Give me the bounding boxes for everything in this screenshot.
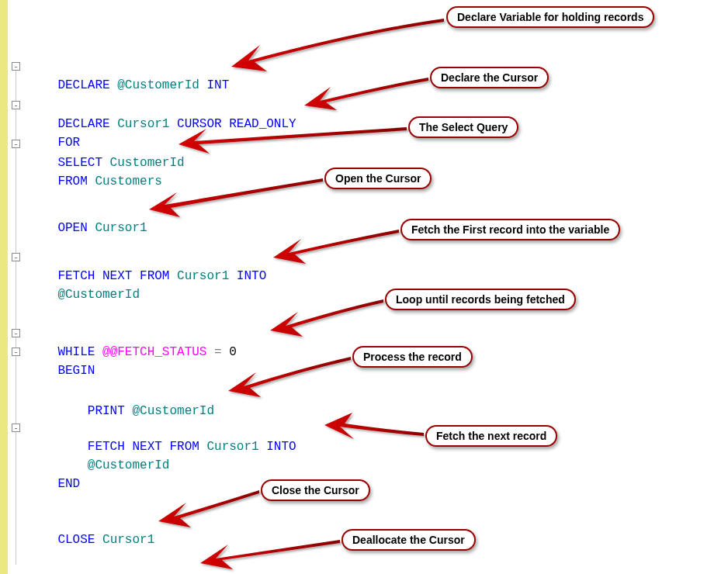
callout-fetch-first: Fetch the First record into the variable bbox=[400, 219, 620, 240]
fold-toggle-icon[interactable]: - bbox=[12, 348, 20, 356]
fold-toggle-icon[interactable]: - bbox=[12, 140, 20, 148]
callout-close-cursor: Close the Cursor bbox=[261, 479, 370, 501]
code-line: CLOSE Cursor1 bbox=[28, 512, 154, 531]
keyword-print: PRINT bbox=[57, 404, 124, 418]
code-line: DECLARE @CustomerId INT bbox=[28, 57, 229, 76]
keyword-open: OPEN bbox=[57, 221, 87, 235]
code-line: BEGIN bbox=[28, 343, 95, 361]
keyword-end: END bbox=[57, 477, 80, 491]
callout-deallocate: Deallocate the Cursor bbox=[341, 529, 476, 551]
cursor-name: Cursor1 bbox=[88, 221, 147, 235]
cursor-name: Cursor1 bbox=[199, 440, 266, 454]
code-line: SELECT CustomerId bbox=[28, 135, 185, 154]
fold-toggle-icon[interactable]: - bbox=[12, 253, 20, 261]
arrow-icon bbox=[231, 19, 444, 71]
arrow-icon bbox=[149, 178, 323, 217]
code-line: END bbox=[28, 456, 80, 475]
fold-toggle-icon[interactable]: - bbox=[12, 329, 20, 337]
arrow-icon bbox=[228, 357, 351, 397]
code-line: PRINT @CustomerId bbox=[28, 383, 214, 402]
fold-gutter bbox=[8, 0, 28, 574]
fold-toggle-icon[interactable]: - bbox=[12, 424, 20, 432]
arrow-icon bbox=[273, 230, 399, 264]
variable-customerid: @CustomerId bbox=[57, 288, 140, 302]
editor-left-margin bbox=[0, 0, 8, 574]
keyword-begin: BEGIN bbox=[57, 364, 95, 378]
code-line: @CustomerId bbox=[28, 267, 140, 285]
variable-customerid: @CustomerId bbox=[125, 404, 214, 418]
keyword-into: INTO bbox=[266, 440, 296, 454]
code-line: DEALLOCATE Cursor1 bbox=[28, 552, 192, 571]
keyword-into: INTO bbox=[237, 269, 266, 283]
keyword-from: FROM bbox=[57, 175, 87, 188]
arrow-icon bbox=[200, 540, 340, 569]
callout-open-cursor: Open the Cursor bbox=[324, 168, 432, 189]
callout-select-query: The Select Query bbox=[408, 116, 518, 138]
callout-declare-variable: Declare Variable for holding records bbox=[446, 6, 654, 28]
fold-toggle-icon[interactable]: - bbox=[12, 101, 20, 109]
keyword-cursor-readonly: CURSOR READ_ONLY bbox=[177, 117, 296, 131]
literal-zero: 0 bbox=[222, 345, 237, 359]
code-line: OPEN Cursor1 bbox=[28, 200, 147, 219]
code-line: FOR bbox=[28, 115, 80, 133]
arrow-icon bbox=[324, 413, 424, 439]
callout-declare-cursor: Declare the Cursor bbox=[430, 67, 549, 88]
cursor-name: Cursor1 bbox=[110, 117, 177, 131]
keyword-close: CLOSE bbox=[57, 533, 95, 547]
callout-loop-until: Loop until records being fetched bbox=[385, 289, 576, 310]
fold-toggle-icon[interactable]: - bbox=[12, 62, 20, 71]
cursor-name: Cursor1 bbox=[95, 533, 154, 547]
arrow-icon bbox=[158, 490, 259, 527]
arrow-icon bbox=[270, 299, 383, 337]
keyword-declare: DECLARE bbox=[57, 78, 109, 92]
operator-equals: = bbox=[214, 345, 222, 359]
arrow-icon bbox=[304, 78, 428, 110]
variable-customerid: @CustomerId bbox=[110, 78, 207, 92]
table-customers: Customers bbox=[88, 175, 162, 188]
callout-process-record: Process the record bbox=[352, 346, 473, 368]
callout-fetch-next: Fetch the next record bbox=[425, 425, 557, 447]
sysfn-fetchstatus: @@FETCH_STATUS bbox=[95, 345, 214, 359]
code-line: DECLARE Cursor1 CURSOR READ_ONLY bbox=[28, 96, 296, 115]
code-line: FETCH NEXT FROM Cursor1 INTO bbox=[28, 248, 266, 267]
code-line: FROM Customers bbox=[28, 154, 162, 172]
code-line: WHILE @@FETCH_STATUS = 0 bbox=[28, 324, 237, 343]
cursor-name: Cursor1 bbox=[169, 269, 236, 283]
keyword-int: INT bbox=[206, 78, 229, 92]
code-line: @CustomerId bbox=[28, 437, 169, 456]
code-line: FETCH NEXT FROM Cursor1 INTO bbox=[28, 419, 296, 437]
sql-editor-diagram: - - - - - - - DECLARE @CustomerId INT DE… bbox=[0, 0, 728, 574]
